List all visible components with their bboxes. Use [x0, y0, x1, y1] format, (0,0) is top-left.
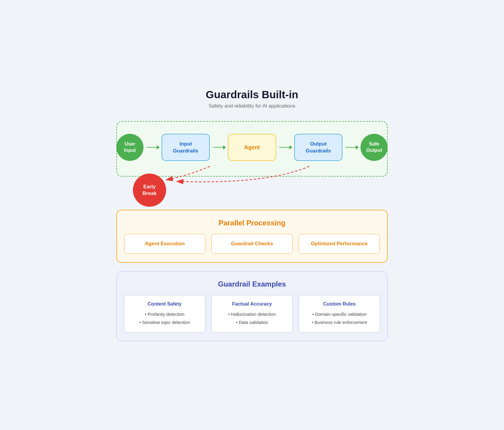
parallel-box-agent-execution: Agent Execution	[124, 234, 205, 254]
input-guardrails-node: InputGuardrails	[162, 134, 210, 161]
parallel-box-guardrail-checks: Guardrail Checks	[211, 234, 292, 254]
safe-output-node: SafeOutput	[361, 134, 388, 161]
flow-wrapper: UserInput InputGuardrails Agent OutputGu…	[116, 121, 388, 201]
custom-rules-title: Custom Rules	[304, 301, 375, 307]
page-title: Guardrails Built-in	[116, 89, 388, 101]
parallel-boxes: Agent Execution Guardrail Checks Optimiz…	[124, 234, 380, 254]
early-break-node: EarlyBreak	[133, 174, 166, 207]
guardrail-boxes: Content Safety Profanity detection Sensi…	[124, 295, 380, 333]
parallel-title: Parallel Processing	[124, 219, 380, 227]
custom-rules-items: Domain-specific validation Business rule…	[304, 310, 375, 326]
parallel-section: Parallel Processing Agent Execution Guar…	[116, 210, 388, 263]
page-subtitle: Safety and reliability for AI applicatio…	[116, 103, 388, 109]
agent-node: Agent	[228, 134, 276, 161]
content-safety-item-1: Profanity detection	[129, 310, 200, 318]
output-guardrails-node: OutputGuardrails	[294, 134, 342, 161]
parallel-box-optimized-performance: Optimized Performance	[299, 234, 380, 254]
custom-rules-item-2: Business rule enforcement	[304, 319, 375, 326]
factual-accuracy-item-1: Hallucination detection	[216, 310, 288, 318]
arrow-2	[210, 147, 228, 148]
factual-accuracy-items: Hallucination detection Data validation	[216, 310, 288, 326]
arrow-4	[342, 147, 361, 148]
guardrail-box-custom-rules: Custom Rules Domain-specific validation …	[299, 295, 380, 333]
page-container: Guardrails Built-in Safety and reliabili…	[116, 89, 388, 341]
arrow-1	[143, 147, 162, 148]
content-safety-item-2: Sensitive topic detection	[129, 319, 200, 326]
guardrail-examples-title: Guardrail Examples	[124, 280, 380, 288]
guardrail-box-factual-accuracy: Factual Accuracy Hallucination detection…	[211, 295, 293, 333]
flow-row: UserInput InputGuardrails Agent OutputGu…	[126, 134, 378, 161]
guardrail-section: Guardrail Examples Content Safety Profan…	[116, 271, 388, 341]
guardrail-box-content-safety: Content Safety Profanity detection Sensi…	[124, 295, 205, 333]
arrow-3	[276, 147, 294, 148]
content-safety-items: Profanity detection Sensitive topic dete…	[129, 310, 200, 326]
user-input-node: UserInput	[116, 134, 143, 161]
content-safety-title: Content Safety	[129, 301, 200, 307]
flow-section: UserInput InputGuardrails Agent OutputGu…	[116, 121, 388, 177]
early-break-row: EarlyBreak	[116, 174, 388, 201]
factual-accuracy-title: Factual Accuracy	[216, 301, 288, 307]
factual-accuracy-item-2: Data validation	[216, 319, 288, 326]
custom-rules-item-1: Domain-specific validation	[304, 310, 375, 318]
